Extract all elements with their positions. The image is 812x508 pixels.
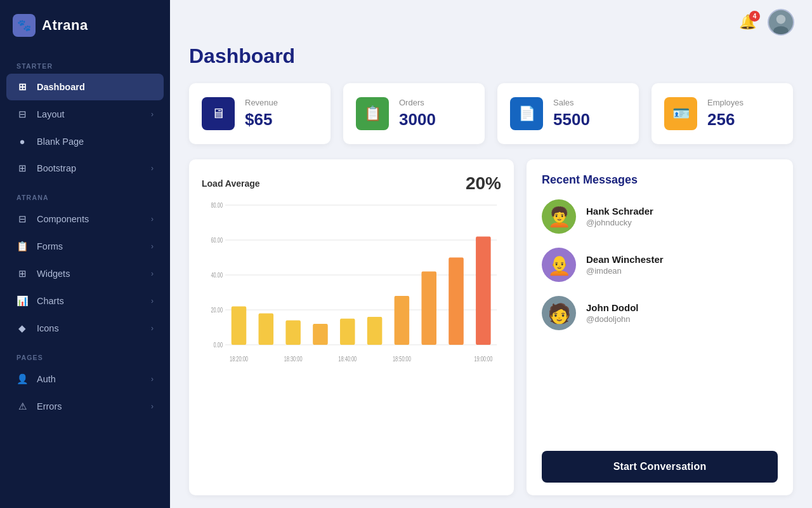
stat-card-revenue: 🖥 Revenue $65 <box>189 83 331 144</box>
charts-icon: 📊 <box>16 295 28 307</box>
sidebar-item-forms[interactable]: 📋Forms› <box>6 233 164 260</box>
message-avatar-john: 🧑 <box>542 296 576 330</box>
charts-label: Charts <box>37 296 64 306</box>
sales-stat-info: Sales 5500 <box>553 98 590 130</box>
svg-rect-20 <box>421 272 436 345</box>
svg-text:40.00: 40.00 <box>211 272 223 279</box>
svg-rect-17 <box>340 319 355 345</box>
errors-chevron-icon: › <box>151 402 154 411</box>
icons-label: Icons <box>37 323 59 333</box>
sidebar-item-blank-page[interactable]: ●Blank Page <box>6 128 164 154</box>
sidebar-item-widgets[interactable]: ⊞Widgets› <box>6 260 164 287</box>
message-name-dean: Dean Winchester <box>586 254 664 265</box>
svg-rect-16 <box>313 324 328 345</box>
section-label-starter: STARTER <box>0 51 170 74</box>
sidebar-logo[interactable]: 🐾 Atrana <box>0 0 170 51</box>
auth-icon: 👤 <box>16 373 28 385</box>
chart-title: Load Average <box>202 178 260 189</box>
page-title: Dashboard <box>189 44 793 68</box>
sidebar-item-layout[interactable]: ⊟Layout› <box>6 101 164 128</box>
forms-chevron-icon: › <box>151 242 154 251</box>
message-name-hank: Hank Schrader <box>586 206 653 217</box>
layout-chevron-icon: › <box>151 110 154 119</box>
logo-icon: 🐾 <box>13 14 36 37</box>
svg-text:18:20:00: 18:20:00 <box>230 356 248 363</box>
components-icon: ⊟ <box>16 213 28 225</box>
svg-text:18:40:00: 18:40:00 <box>338 356 357 363</box>
forms-icon: 📋 <box>16 241 28 252</box>
revenue-stat-label: Revenue <box>245 98 278 107</box>
layout-icon: ⊟ <box>16 109 28 120</box>
section-label-atrana: ATRANA <box>0 182 170 205</box>
message-avatar-hank: 🧑‍🦱 <box>542 199 576 234</box>
icons-chevron-icon: › <box>151 324 154 333</box>
message-handle-john: @dodoljohn <box>586 314 639 324</box>
chart-percentage: 20% <box>466 173 501 194</box>
sidebar-item-icons[interactable]: ◆Icons› <box>6 315 164 342</box>
message-name-john: John Dodol <box>586 302 639 313</box>
svg-rect-21 <box>449 258 464 345</box>
blank-page-icon: ● <box>16 136 28 147</box>
errors-icon: ⚠ <box>16 401 28 412</box>
chart-area: 0.0020.0040.0060.0080.0018:20:0018:30:00… <box>202 199 501 389</box>
charts-chevron-icon: › <box>151 297 154 305</box>
stat-card-sales: 📄 Sales 5500 <box>497 83 639 144</box>
auth-chevron-icon: › <box>151 375 154 384</box>
sidebar-item-charts[interactable]: 📊Charts› <box>6 288 164 314</box>
components-label: Components <box>37 214 89 224</box>
svg-rect-13 <box>232 307 247 345</box>
bottom-panels: Load Average 20% 0.0020.0040.0060.0080.0… <box>189 159 793 495</box>
svg-text:80.00: 80.00 <box>211 202 223 210</box>
components-chevron-icon: › <box>151 215 154 224</box>
user-avatar[interactable] <box>768 9 794 36</box>
app-name: Atrana <box>42 17 88 34</box>
svg-rect-14 <box>259 314 274 345</box>
forms-label: Forms <box>37 241 63 251</box>
orders-stat-label: Orders <box>399 98 436 107</box>
bootstrap-label: Bootstrap <box>37 163 76 173</box>
employees-stat-icon: 🪪 <box>664 97 697 130</box>
message-handle-dean: @imdean <box>586 266 664 276</box>
sales-stat-value: 5500 <box>553 110 590 130</box>
sidebar-item-errors[interactable]: ⚠Errors› <box>6 393 164 420</box>
employees-stat-value: 256 <box>707 110 743 130</box>
widgets-icon: ⊞ <box>16 268 28 279</box>
svg-text:18:30:00: 18:30:00 <box>284 356 303 363</box>
revenue-stat-info: Revenue $65 <box>245 98 278 130</box>
icons-icon: ◆ <box>16 323 28 334</box>
sales-stat-label: Sales <box>553 98 590 107</box>
svg-text:0.00: 0.00 <box>214 342 223 349</box>
orders-stat-value: 3000 <box>399 110 436 130</box>
employees-stat-info: Employes 256 <box>707 98 743 130</box>
start-conversation-button[interactable]: Start Conversation <box>542 451 778 483</box>
bootstrap-chevron-icon: › <box>151 164 154 173</box>
sidebar-item-components[interactable]: ⊟Components› <box>6 206 164 232</box>
message-item-dean: 🧑‍🦲Dean Winchester@imdean <box>542 248 778 282</box>
message-handle-hank: @johnducky <box>586 218 653 227</box>
layout-label: Layout <box>37 109 65 119</box>
sidebar-item-dashboard[interactable]: ⊞Dashboard <box>6 74 164 100</box>
widgets-chevron-icon: › <box>151 269 154 278</box>
svg-text:20.00: 20.00 <box>211 307 223 314</box>
header: 🔔 4 <box>170 0 812 44</box>
dashboard-label: Dashboard <box>37 82 85 92</box>
message-avatar-dean: 🧑‍🦲 <box>542 248 576 282</box>
svg-point-2 <box>773 26 789 35</box>
sidebar-item-bootstrap[interactable]: ⊞Bootstrap› <box>6 155 164 182</box>
widgets-label: Widgets <box>37 269 70 279</box>
svg-rect-18 <box>367 317 383 345</box>
errors-label: Errors <box>37 401 62 411</box>
main-content: Dashboard 🖥 Revenue $65 📋 Orders 3000 📄 … <box>170 0 812 508</box>
sidebar-item-auth[interactable]: 👤Auth› <box>6 366 164 392</box>
stat-cards: 🖥 Revenue $65 📋 Orders 3000 📄 Sales 5500… <box>189 83 793 144</box>
blank-page-label: Blank Page <box>37 137 84 147</box>
sidebar: 🐾 Atrana STARTER⊞Dashboard⊟Layout›●Blank… <box>0 0 170 508</box>
message-item-john: 🧑John Dodol@dodoljohn <box>542 296 778 330</box>
employees-stat-label: Employes <box>707 98 743 107</box>
sales-stat-icon: 📄 <box>510 97 543 130</box>
messages-panel: Recent Messages 🧑‍🦱Hank Schrader@johnduc… <box>527 159 793 495</box>
svg-rect-15 <box>285 321 301 345</box>
notification-bell[interactable]: 🔔 4 <box>739 14 756 30</box>
svg-text:19:00:00: 19:00:00 <box>474 356 492 363</box>
message-item-hank: 🧑‍🦱Hank Schrader@johnducky <box>542 199 778 234</box>
